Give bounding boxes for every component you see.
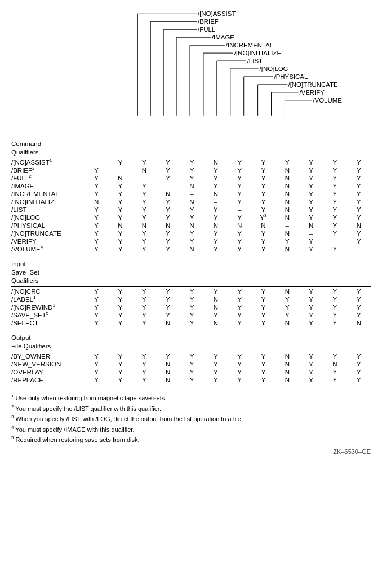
qualifier-cell: /[NO]INITIALIZE	[11, 198, 85, 206]
value-cell: Y	[132, 360, 156, 368]
value-cell: Y	[251, 352, 275, 360]
value-cell: N	[204, 295, 228, 303]
table-row: /BY_OWNERYYYYYYYYNYYY	[11, 352, 371, 360]
tree-label-8: /PHYSICAL	[274, 73, 308, 80]
value-cell: Y	[347, 174, 371, 182]
value-cell: Y	[323, 214, 347, 222]
value-cell: Y	[347, 376, 371, 384]
table-row: /NEW_VERSIONYYYNYYYYNYNY	[11, 360, 371, 368]
value-cell: Y	[156, 174, 180, 182]
value-cell: Y	[132, 198, 156, 206]
table-row: /VOLUME4YYYYNYYYNYY–	[11, 245, 371, 253]
value-cell: Y	[204, 245, 228, 253]
value-cell: Y	[347, 303, 371, 311]
value-cell: Y	[228, 368, 251, 376]
value-cell: Y	[299, 182, 323, 190]
tree-label-11: /VOLUME	[313, 97, 342, 104]
value-cell: Y	[228, 319, 251, 327]
value-cell: Y	[204, 376, 228, 384]
value-cell: Y	[251, 245, 275, 253]
value-cell: Y	[132, 303, 156, 311]
value-cell: N	[228, 222, 251, 229]
value-cell: Y	[228, 174, 251, 182]
value-cell: Y	[323, 229, 347, 237]
value-cell: Y	[299, 158, 323, 166]
value-cell: Y	[180, 214, 203, 222]
value-cell: Y	[156, 166, 180, 174]
value-cell: Y	[251, 198, 275, 206]
qualifier-cell: /LABEL1	[11, 295, 85, 303]
value-cell: N	[276, 319, 299, 327]
table-row: /SAVE_SET5YYYYYYYYYYYY	[11, 311, 371, 319]
value-cell: Y	[180, 360, 203, 368]
value-cell: Y	[156, 303, 180, 311]
value-cell: –	[204, 198, 228, 206]
value-cell: Y	[228, 190, 251, 198]
qualifier-cell: /INCREMENTAL	[11, 190, 85, 198]
value-cell: Y	[323, 206, 347, 214]
value-cell: Y	[85, 174, 108, 182]
value-cell: N	[276, 352, 299, 360]
value-cell: Y	[251, 295, 275, 303]
qualifier-cell: /PHYSICAL	[11, 222, 85, 229]
table-row: /PHYSICALYNNNNNNN–NYN	[11, 222, 371, 229]
table-row: /INCREMENTALYYYN–NYYNYYY	[11, 190, 371, 198]
tree-label-9: /[NO]TRUNCATE	[288, 81, 338, 88]
value-cell: Y	[323, 288, 347, 295]
section-header-1: InputSave–SetQualifiers	[11, 258, 371, 286]
value-cell: Y	[108, 206, 132, 214]
value-cell: N	[204, 190, 228, 198]
value-cell: Y	[299, 214, 323, 222]
value-cell: Y	[108, 237, 132, 245]
value-cell: Y	[156, 352, 180, 360]
qualifier-cell: /REPLACE	[11, 376, 85, 384]
value-cell: N	[347, 222, 371, 229]
value-cell: Y	[299, 198, 323, 206]
value-cell: Y	[156, 311, 180, 319]
tree-label-2: /FULL	[198, 26, 215, 33]
value-cell: N	[204, 303, 228, 311]
value-cell: Y	[108, 360, 132, 368]
value-cell: Y	[180, 229, 203, 237]
value-cell: Y	[180, 319, 203, 327]
value-cell: Y	[132, 245, 156, 253]
qualifier-cell: /[NO]ASSIST1	[11, 158, 85, 166]
table-row: /[NO]CRCYYYYYYYYNYYY	[11, 288, 371, 295]
value-cell: Y	[323, 352, 347, 360]
tree-label-4: /INCREMENTAL	[226, 42, 273, 48]
table-row: /FULL2YN–YYYYYNYYY	[11, 174, 371, 182]
value-cell: Y	[276, 311, 299, 319]
value-cell: Y	[132, 237, 156, 245]
qualifier-cell: /OVERLAY	[11, 368, 85, 376]
value-cell: Y	[204, 360, 228, 368]
value-cell: N	[180, 245, 203, 253]
value-cell: Y	[228, 352, 251, 360]
value-cell: Y	[299, 352, 323, 360]
value-cell: –	[156, 182, 180, 190]
value-cell: Y	[108, 214, 132, 222]
value-cell: –	[347, 245, 371, 253]
tree-diagram: /[NO]ASSIST /BRIEF /FULL /IMAGE /INCREME…	[11, 6, 371, 135]
value-cell: N	[299, 222, 323, 229]
value-cell: Y	[180, 295, 203, 303]
zk-reference: ZK–6530–GE	[11, 448, 371, 455]
value-cell: Y	[251, 288, 275, 295]
value-cell: Y	[299, 166, 323, 174]
value-cell: Y	[228, 295, 251, 303]
table-row: /REPLACEYYYNYYYYNYYY	[11, 376, 371, 384]
value-cell: Y	[251, 229, 275, 237]
value-cell: Y	[323, 295, 347, 303]
value-cell: Y	[108, 245, 132, 253]
qualifier-cell: /VOLUME4	[11, 245, 85, 253]
value-cell: N	[276, 174, 299, 182]
value-cell: N	[276, 229, 299, 237]
value-cell: Y	[323, 190, 347, 198]
value-cell: Y	[299, 319, 323, 327]
table-row: /[NO]INITIALIZENYYYN–YYNYYY	[11, 198, 371, 206]
value-cell: Y	[251, 166, 275, 174]
qualifier-cell: /VERIFY	[11, 237, 85, 245]
value-cell: Y	[85, 311, 108, 319]
value-cell: N	[108, 174, 132, 182]
value-cell: Y	[132, 182, 156, 190]
qualifier-cell: /LIST	[11, 206, 85, 214]
